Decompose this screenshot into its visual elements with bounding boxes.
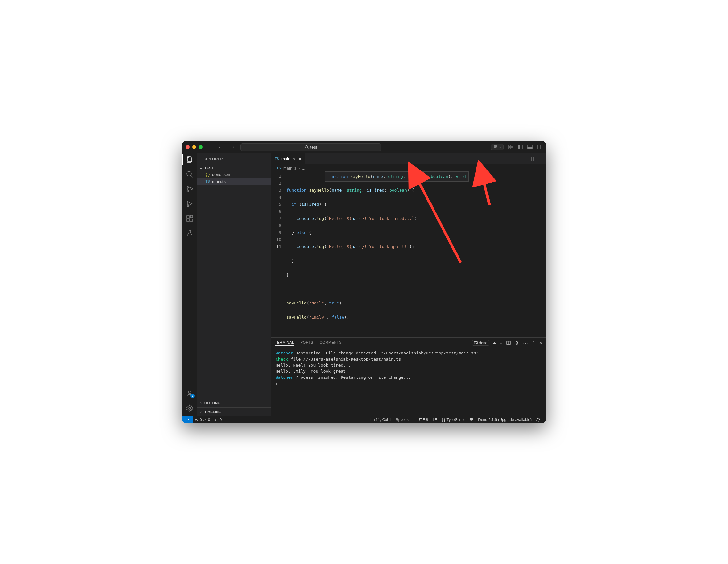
panel-tab-ports[interactable]: PORTS: [301, 340, 313, 345]
status-eol[interactable]: LF: [430, 418, 439, 422]
toggle-secondary-sidebar-icon[interactable]: [537, 145, 542, 150]
panel-tabs: TERMINAL PORTS COMMENTS deno + ⌄: [271, 338, 546, 348]
svg-point-17: [187, 190, 189, 192]
status-deno-version[interactable]: Deno 2.1.6 (Upgrade available): [476, 418, 534, 422]
status-cursor-position[interactable]: Ln 11, Col 1: [368, 418, 393, 422]
error-icon: ⊗: [195, 418, 198, 422]
kill-terminal-icon[interactable]: [515, 341, 519, 345]
code-line-8: [286, 286, 520, 293]
panel-tab-terminal[interactable]: TERMINAL: [275, 340, 294, 346]
breadcrumb-separator: ›: [299, 166, 300, 170]
svg-point-18: [191, 188, 193, 190]
ts-file-icon: TS: [276, 166, 281, 170]
panel-maximize-button[interactable]: ⌃: [532, 341, 535, 345]
copilot-button[interactable]: ⌄: [491, 144, 504, 150]
status-notifications[interactable]: [534, 418, 543, 422]
folder-header[interactable]: ⌄ TEST: [197, 165, 271, 171]
status-ports[interactable]: ᯤ0: [212, 418, 224, 422]
tab-close-button[interactable]: ✕: [298, 156, 302, 162]
traffic-lights: [186, 145, 203, 149]
panel-more-button[interactable]: ⋯: [523, 340, 528, 346]
main-area: 1 EXPLORER ⋯ ⌄ TEST { } deno.json: [182, 153, 546, 416]
tab-main-ts[interactable]: TS main.ts ✕: [271, 153, 305, 164]
search-view-button[interactable]: [186, 170, 194, 178]
extensions-view-button[interactable]: [186, 215, 194, 222]
panel-close-button[interactable]: ✕: [539, 341, 542, 345]
svg-rect-28: [474, 342, 477, 344]
code-line-6: }: [286, 257, 520, 264]
breadcrumb-file: main.ts: [283, 166, 297, 170]
code-content[interactable]: function sayHello(name: string, isTired:…: [286, 171, 520, 337]
timeline-label: TIMELINE: [204, 410, 221, 414]
bell-icon: [536, 418, 541, 422]
panel-tab-comments[interactable]: COMMENTS: [320, 340, 342, 345]
timeline-section[interactable]: › TIMELINE: [197, 407, 271, 416]
vscode-window: ← → test ⌄: [182, 141, 546, 423]
status-indentation[interactable]: Spaces: 4: [393, 418, 415, 422]
extensions-icon: [186, 215, 194, 222]
titlebar-right: ⌄: [491, 144, 542, 150]
terminal-profile-selector[interactable]: deno: [472, 340, 490, 346]
run-debug-view-button[interactable]: [186, 200, 194, 208]
svg-point-25: [189, 407, 191, 409]
terminal-output[interactable]: Watcher Restarting! File change detected…: [271, 348, 546, 416]
code-line-4: } else {: [286, 229, 520, 236]
status-right: Ln 11, Col 1 Spaces: 4 UTF-8 LF { }TypeS…: [368, 418, 543, 422]
terminal-line: Watcher Process finished. Restarting on …: [276, 374, 542, 380]
minimap[interactable]: [520, 171, 546, 337]
editor-more-button[interactable]: ⋯: [538, 156, 543, 162]
file-name: deno.json: [212, 172, 230, 177]
status-language[interactable]: { }TypeScript: [439, 418, 467, 422]
file-item-main-ts[interactable]: TS main.ts: [197, 178, 271, 185]
svg-line-15: [191, 175, 193, 177]
layout-customize-icon[interactable]: [508, 145, 513, 150]
terminal-line: Hello, Emily! You look great!: [276, 368, 542, 374]
file-item-deno-json[interactable]: { } deno.json: [197, 171, 271, 178]
command-center-search[interactable]: test: [240, 143, 381, 151]
search-text: test: [310, 145, 317, 150]
explorer-view-button[interactable]: [186, 156, 194, 163]
activity-bar: 1: [182, 153, 197, 416]
status-problems[interactable]: ⊗0 ⚠0: [193, 418, 212, 422]
tab-label: main.ts: [281, 156, 295, 161]
svg-point-14: [187, 171, 191, 176]
svg-rect-20: [187, 216, 189, 218]
remote-button[interactable]: [182, 416, 193, 423]
toggle-sidebar-icon[interactable]: [518, 145, 523, 150]
code-editor[interactable]: 1 2 3 4 5 6 7 8 9 10 11 function sayHell…: [271, 171, 546, 337]
outline-section[interactable]: › OUTLINE: [197, 399, 271, 407]
toggle-panel-icon[interactable]: [527, 145, 533, 150]
status-encoding[interactable]: UTF-8: [415, 418, 430, 422]
panel-actions: deno + ⌄ ⋯ ⌃ ✕: [472, 340, 542, 346]
source-control-view-button[interactable]: [186, 185, 194, 193]
new-terminal-button[interactable]: +: [493, 340, 496, 346]
sidebar-more-button[interactable]: ⋯: [261, 156, 266, 162]
svg-rect-4: [509, 147, 510, 149]
minimize-window-button[interactable]: [192, 145, 196, 149]
nav-arrows: ← →: [218, 144, 235, 151]
remote-icon: [185, 418, 190, 422]
svg-point-16: [187, 187, 189, 188]
testing-view-button[interactable]: [186, 229, 194, 237]
close-window-button[interactable]: [186, 145, 190, 149]
ts-file-icon: TS: [274, 157, 279, 161]
source-control-icon: [186, 185, 194, 193]
split-terminal-icon[interactable]: [506, 341, 511, 345]
chevron-right-icon: ›: [199, 410, 203, 414]
nav-back-button[interactable]: ←: [218, 144, 224, 151]
terminal-dropdown-button[interactable]: ⌄: [500, 341, 502, 345]
maximize-window-button[interactable]: [199, 145, 203, 149]
nav-forward-button[interactable]: →: [229, 144, 235, 151]
terminal-line: Watcher Restarting! File change detected…: [276, 350, 542, 356]
accounts-button[interactable]: 1: [186, 390, 194, 397]
split-editor-icon[interactable]: [529, 156, 534, 162]
settings-button[interactable]: [186, 404, 194, 412]
files-icon: [186, 156, 194, 163]
svg-rect-12: [537, 145, 542, 149]
breadcrumb[interactable]: TS main.ts › ...: [271, 164, 546, 171]
terminal-line: Hello, Nael! You look tired...: [276, 362, 542, 368]
activity-bottom: 1: [186, 390, 194, 412]
gear-icon: [186, 404, 194, 412]
status-copilot[interactable]: [467, 418, 476, 422]
svg-rect-8: [518, 145, 520, 149]
